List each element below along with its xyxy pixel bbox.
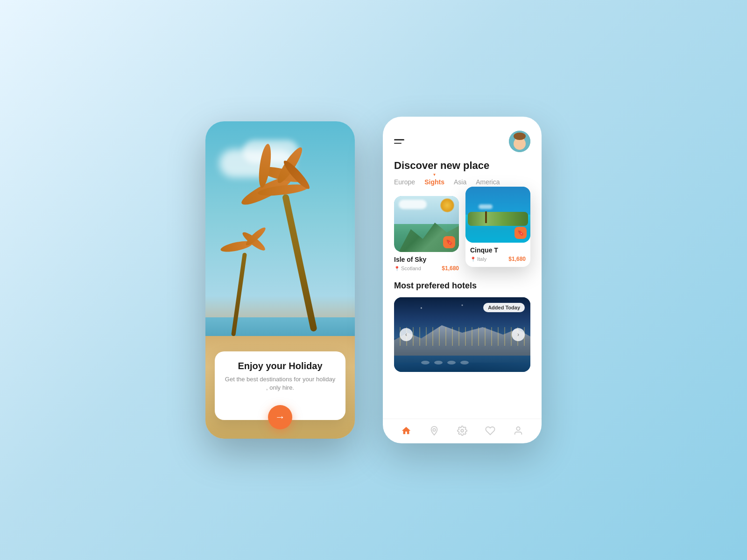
svg-point-3 — [514, 133, 526, 140]
umbrella-1 — [421, 361, 430, 364]
pin-icon: 📍 — [394, 266, 400, 271]
settings-icon — [457, 426, 467, 436]
dest-meta-cinque: 📍 Italy $1,680 — [470, 256, 526, 262]
bookmark-icon[interactable]: 🔖 — [443, 236, 455, 248]
tab-sights[interactable]: Sights — [424, 178, 444, 188]
bookmark-icon-cinque[interactable]: 🔖 — [514, 227, 527, 239]
nav-profile[interactable] — [513, 426, 523, 436]
holiday-subtitle: Get the best destinations for your holid… — [224, 375, 336, 392]
pin-icon-cinque: 📍 — [470, 257, 476, 262]
location-icon — [429, 426, 439, 436]
hotel-umbrellas — [421, 358, 503, 367]
app-header — [383, 126, 542, 160]
discover-title: Discover new place — [383, 160, 542, 178]
tab-america[interactable]: America — [476, 178, 500, 188]
arrow-icon: → — [275, 411, 285, 423]
hotel-lights — [394, 327, 530, 346]
isle-sun — [440, 198, 454, 212]
bottom-navigation — [383, 419, 542, 443]
avatar-image — [509, 131, 530, 152]
dest-card-inner: 🔖 — [394, 196, 459, 252]
isle-clouds — [399, 200, 427, 209]
dest-location-isle: 📍 Scotland — [394, 266, 421, 271]
dest-info-isle: Isle of Sky 📍 Scotland $1,680 — [394, 252, 459, 272]
cinque-land — [468, 212, 528, 226]
nav-location[interactable] — [429, 426, 439, 436]
hotel-nav-prev[interactable]: ‹ — [400, 328, 413, 341]
dest-card-isle-of-sky[interactable]: 🔖 Isle of Sky 📍 Scotland $1,680 — [394, 196, 459, 272]
dest-card-cinque-wrapper: 🔖 Cinque T 📍 Italy $1,680 — [465, 196, 530, 272]
holiday-cta-button[interactable]: → — [268, 405, 292, 429]
menu-line-2 — [394, 143, 402, 144]
menu-line-1 — [394, 139, 404, 140]
nav-settings[interactable] — [457, 426, 467, 436]
svg-point-5 — [433, 428, 436, 431]
hotels-title: Most prefered hotels — [394, 281, 530, 291]
svg-point-6 — [461, 429, 464, 432]
menu-button[interactable] — [394, 139, 404, 144]
hotel-nav-next[interactable]: › — [512, 328, 525, 341]
palm-trunk-main — [282, 194, 317, 332]
heart-icon — [485, 426, 495, 436]
phones-container: Enjoy your Holiday Get the best destinat… — [205, 117, 542, 443]
svg-point-7 — [516, 427, 520, 430]
added-today-badge: Added Today — [483, 303, 525, 312]
cinque-palm-trunk — [485, 211, 487, 223]
nav-home[interactable] — [401, 426, 411, 436]
tab-asia[interactable]: Asia — [454, 178, 466, 188]
home-icon — [401, 426, 411, 436]
dest-price-isle: $1,680 — [442, 265, 459, 272]
dest-card-cinque[interactable]: 🔖 Cinque T 📍 Italy $1,680 — [465, 187, 530, 267]
dest-location-text-isle: Scotland — [401, 266, 421, 271]
dest-meta-isle: 📍 Scotland $1,680 — [394, 265, 459, 272]
dest-name-isle: Isle of Sky — [394, 256, 459, 263]
phone-left: Enjoy your Holiday Get the best destinat… — [205, 121, 355, 439]
holiday-title: Enjoy your Holiday — [224, 361, 336, 371]
cinque-sky — [465, 187, 530, 215]
hotel-card[interactable]: Added Today ‹ › — [394, 297, 530, 372]
umbrella-2 — [434, 361, 443, 364]
dest-info-cinque: Cinque T 📍 Italy $1,680 — [465, 243, 530, 262]
tab-europe[interactable]: Europe — [394, 178, 415, 188]
dest-location-cinque: 📍 Italy — [470, 256, 486, 262]
avatar[interactable] — [509, 131, 530, 152]
phone-background: Enjoy your Holiday Get the best destinat… — [205, 121, 355, 439]
dest-price-cinque: $1,680 — [508, 256, 526, 262]
cinque-cloud — [479, 204, 493, 209]
dest-location-text-cinque: Italy — [477, 256, 486, 262]
hotels-section: Most prefered hotels — [383, 281, 542, 411]
umbrella-3 — [447, 361, 456, 364]
destinations-row: 🔖 Isle of Sky 📍 Scotland $1,680 — [383, 196, 542, 281]
nav-favorites[interactable] — [485, 426, 495, 436]
holiday-card: Enjoy your Holiday Get the best destinat… — [215, 351, 345, 420]
dest-image-cinque: 🔖 — [465, 187, 530, 243]
dest-card-cinque-inner: 🔖 — [465, 187, 530, 243]
dest-name-cinque: Cinque T — [470, 246, 526, 254]
user-icon — [513, 426, 523, 436]
dest-image-isle: 🔖 — [394, 196, 459, 252]
umbrella-4 — [460, 361, 469, 364]
phone-right: Discover new place Europe Sights Asia Am… — [383, 117, 542, 443]
